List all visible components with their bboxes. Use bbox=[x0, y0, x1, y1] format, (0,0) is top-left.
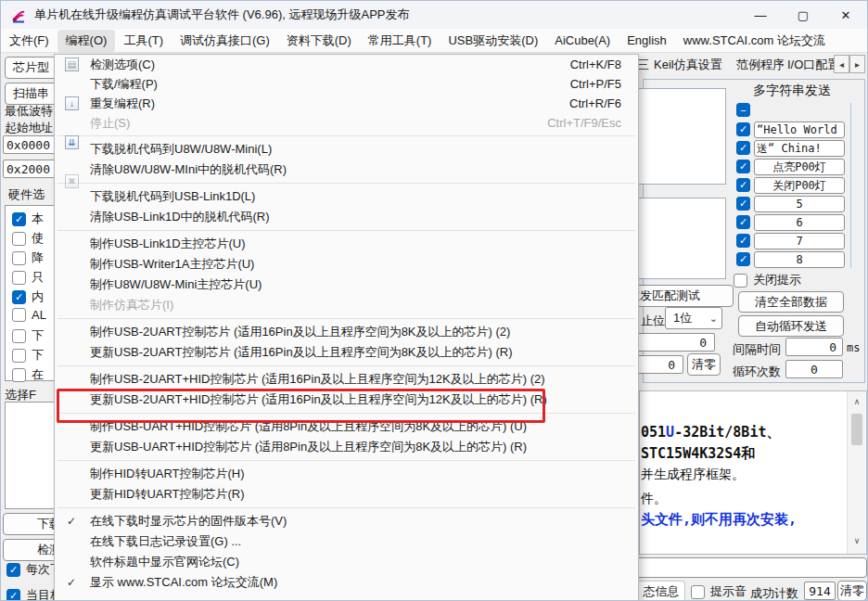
menu-item-update-usbuart-hid[interactable]: 更新USB-UART+HID控制芯片 (适用8Pin及以上且程序空间为8K及以上… bbox=[55, 437, 638, 457]
menu-item-stop: ✖停止(S)Ctrl+T/F9/Esc bbox=[55, 113, 638, 133]
count-clear-button[interactable]: 清零 bbox=[837, 581, 867, 601]
hw-option-row[interactable]: 下 bbox=[12, 327, 44, 344]
checkbox-checked-icon[interactable]: ✓ bbox=[12, 290, 26, 304]
loop-count-field[interactable]: 0 bbox=[785, 360, 843, 378]
string-row-field[interactable]: 8 bbox=[754, 251, 845, 268]
scroll-down-icon[interactable]: ∨ bbox=[848, 532, 866, 549]
menu-separator bbox=[57, 460, 635, 461]
string-row-field[interactable]: 7 bbox=[754, 233, 845, 249]
tab-example-programs[interactable]: 范例程序 bbox=[736, 57, 785, 73]
maximize-button[interactable]: ▢ bbox=[782, 1, 824, 29]
menu-item-clear-offline-u8w[interactable]: 清除U8W/U8W-MIni中的脱机代码(R) bbox=[55, 160, 638, 180]
menu-item-show-firmware-version[interactable]: ✓在线下载时显示芯片的固件版本号(V) bbox=[55, 511, 638, 531]
hw-option-row[interactable]: 下 bbox=[12, 347, 44, 364]
hw-option-row[interactable]: ✓本 bbox=[12, 211, 44, 227]
menubar-item-file[interactable]: 文件(F) bbox=[1, 30, 57, 52]
beep-checkbox-row[interactable]: 提示音 bbox=[691, 583, 747, 600]
menubar-item-aicube[interactable]: AiCube(A) bbox=[546, 31, 619, 50]
checkbox-icon[interactable] bbox=[12, 251, 26, 265]
clear-all-data-button[interactable]: 清空全部数据 bbox=[738, 291, 844, 313]
menu-item-make-u8w-chip[interactable]: 制作U8W/U8W-Mini主控芯片(U) bbox=[55, 275, 638, 295]
close-button[interactable]: ✕ bbox=[824, 1, 867, 29]
menu-item-make-usb2uart-hid[interactable]: 制作USB-2UART+HID控制芯片 (适用16Pin及以上且程序空间为12K… bbox=[55, 369, 638, 390]
string-row-checkbox[interactable]: ✓ bbox=[736, 141, 750, 155]
menubar-item-usb-driver[interactable]: USB驱动安装(D) bbox=[440, 30, 546, 52]
string-row-checkbox[interactable]: ✓ bbox=[736, 160, 750, 173]
string-row-field[interactable]: 关闭P00灯 bbox=[754, 177, 845, 194]
checkbox-icon[interactable] bbox=[12, 349, 26, 363]
info-scrollbar[interactable]: ∧ ∨ bbox=[847, 391, 865, 554]
hw-option-row[interactable]: 降 bbox=[12, 249, 44, 266]
menubar-item-program[interactable]: 编程(O) bbox=[57, 30, 116, 52]
checkbox-icon[interactable] bbox=[12, 232, 26, 246]
checkbox-icon[interactable] bbox=[12, 308, 26, 322]
scrollbar-thumb[interactable] bbox=[851, 414, 862, 445]
checkbox-checked-icon[interactable]: ✓ bbox=[6, 589, 20, 601]
auto-loop-send-button[interactable]: 自动循环发送 bbox=[738, 315, 844, 337]
menu-separator bbox=[57, 365, 635, 366]
hw-option-row[interactable]: 只 bbox=[12, 269, 44, 286]
menu-item-make-usbuart-hid[interactable]: 制作USB-UART+HID控制芯片 (适用8Pin及以上且程序空间为8K及以上… bbox=[55, 416, 638, 437]
menu-item-log-settings[interactable]: 在线下载日志记录设置(G) ... bbox=[55, 531, 638, 552]
string-row-checkbox[interactable]: ✓ bbox=[736, 178, 750, 192]
menu-item-update-usb2uart-hid[interactable]: 更新USB-2UART+HID控制芯片 (适用16Pin及以上且程序空间为12K… bbox=[55, 390, 638, 410]
menu-item-repeat-program[interactable]: ⇊重复编程(R)Ctrl+R/F6 bbox=[55, 94, 638, 113]
scroll-up-icon[interactable]: ∧ bbox=[848, 393, 866, 410]
menu-item-update-usb2uart[interactable]: 更新USB-2UART控制芯片 (适用16Pin及以上且程序空间为8K及以上的芯… bbox=[55, 342, 638, 363]
checkbox-icon[interactable] bbox=[734, 274, 747, 288]
string-row-checkbox[interactable]: ✓ bbox=[736, 252, 750, 266]
string-row-checkbox[interactable]: ✓ bbox=[736, 197, 750, 211]
checkbox-checked-icon[interactable]: ✓ bbox=[6, 563, 20, 577]
menu-item-show-stcai-forum[interactable]: ✓显示 www.STCAI.com 论坛交流(M) bbox=[55, 572, 638, 593]
menu-item-make-hid2uart[interactable]: 制作HID转UART控制芯片(H) bbox=[55, 464, 638, 484]
string-row-field[interactable]: 6 bbox=[754, 214, 845, 231]
string-row-field[interactable]: “Hello World bbox=[754, 121, 845, 138]
close-hint-row[interactable]: 关闭提示 bbox=[734, 272, 801, 288]
menu-item-update-hid2uart[interactable]: 更新HID转UART控制芯片(R) bbox=[55, 484, 638, 505]
string-row-field[interactable]: 5 bbox=[754, 196, 845, 212]
checkbox-checked-icon[interactable]: ✓ bbox=[12, 212, 26, 226]
checkbox-icon[interactable] bbox=[12, 271, 26, 285]
hw-option-row[interactable]: 使 bbox=[12, 230, 44, 247]
string-row-field[interactable]: 点亮P00灯 bbox=[754, 159, 845, 175]
status-info-tab[interactable]: 态信息 bbox=[637, 581, 685, 601]
menubar-item-downloads[interactable]: 资料下载(D) bbox=[278, 30, 360, 52]
hw-option-row[interactable]: 在 bbox=[12, 366, 44, 383]
hw-option-row[interactable]: AL bbox=[12, 308, 46, 322]
menu-check-icon: ✓ bbox=[67, 515, 76, 528]
interval-field[interactable]: 0 bbox=[785, 338, 843, 356]
menu-item-label: 显示 www.STCAI.com 论坛交流(M) bbox=[90, 574, 277, 591]
string-row-checkbox[interactable]: ✓ bbox=[736, 215, 750, 229]
serial-clear-button[interactable]: 清零 bbox=[687, 353, 721, 376]
hw-option-row[interactable]: ✓内 bbox=[12, 288, 44, 305]
menu-item-show-forum-in-title[interactable]: 软件标题中显示官网论坛(C) bbox=[55, 552, 638, 572]
menu-item-make-usblink-chip[interactable]: 制作USB-Link1D主控芯片(U) bbox=[55, 234, 638, 254]
string-row-field[interactable]: 送“ China! bbox=[754, 140, 845, 157]
hardware-options-tab[interactable]: 硬件选 bbox=[8, 186, 45, 203]
minimize-button[interactable]: — bbox=[739, 1, 782, 29]
tab-scroll-right-icon[interactable]: ▸ bbox=[849, 55, 865, 73]
menu-item-download-offline-u8w[interactable]: 下载脱机代码到U8W/U8W-Mini(L) bbox=[55, 139, 638, 160]
tab-scroll-left-icon[interactable]: ◂ bbox=[834, 55, 849, 73]
string-row-checkbox[interactable]: ✓ bbox=[736, 122, 750, 136]
menu-item-clear-offline-usblink[interactable]: 清除USB-Link1D中的脱机代码(R) bbox=[55, 207, 638, 227]
menu-item-download-program[interactable]: ↓下载/编程(P)Ctrl+P/F5 bbox=[55, 74, 638, 94]
menu-item-make-usbwriter-chip[interactable]: 制作USB-Writer1A主控芯片(U) bbox=[55, 254, 638, 275]
menubar-item-common-tools[interactable]: 常用工具(T) bbox=[360, 30, 440, 52]
checkbox-icon[interactable] bbox=[12, 329, 26, 343]
start-address-label: 起始地址 bbox=[5, 120, 53, 136]
menu-item-make-usb2uart[interactable]: 制作USB-2UART控制芯片 (适用16Pin及以上且程序空间为8K及以上的芯… bbox=[55, 322, 638, 342]
stopbit-select[interactable]: 1位 ⌄ bbox=[665, 307, 722, 329]
string-row-checkbox[interactable]: ✓ bbox=[736, 234, 750, 248]
menubar-item-debug-interface[interactable]: 调试仿真接口(G) bbox=[172, 30, 278, 52]
menubar-item-tools[interactable]: 工具(T) bbox=[115, 30, 172, 52]
select-all-checkbox[interactable]: − bbox=[736, 103, 750, 117]
checkbox-icon[interactable] bbox=[12, 368, 26, 382]
menubar-item-stcai-forum[interactable]: www.STCAI.com 论坛交流 bbox=[675, 30, 834, 52]
menu-item-detect-options[interactable]: ▤检测选项(C)Ctrl+K/F8 bbox=[55, 55, 638, 74]
tab-io-config[interactable]: I/O口配置 bbox=[787, 57, 834, 73]
tab-keil-settings[interactable]: Keil仿真设置 bbox=[654, 57, 722, 73]
menu-item-download-offline-usblink[interactable]: 下载脱机代码到USB-Link1D(L) bbox=[55, 186, 638, 207]
menubar-item-english[interactable]: English bbox=[619, 31, 675, 50]
checkbox-icon[interactable] bbox=[691, 585, 705, 599]
